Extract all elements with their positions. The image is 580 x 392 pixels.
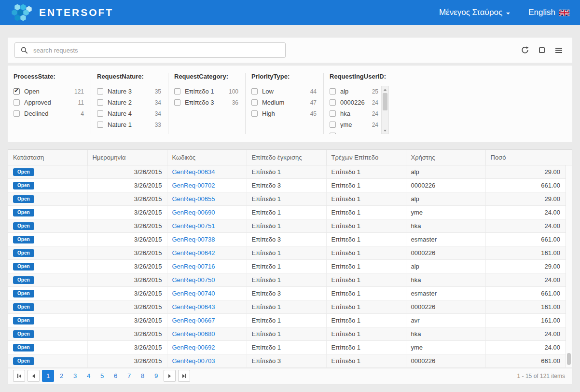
column-header-code[interactable]: Κωδικός (167, 150, 247, 165)
filter-option[interactable]: Approved 11 (14, 97, 84, 108)
checkbox[interactable] (330, 88, 336, 95)
checkbox[interactable] (330, 99, 336, 106)
request-code-link[interactable]: GenReq-00692 (172, 344, 215, 351)
filter-option[interactable]: Declined 4 (14, 108, 84, 119)
request-code-link[interactable]: GenReq-00738 (172, 236, 215, 243)
pager-next-button[interactable] (164, 370, 176, 382)
table-row[interactable]: Open 3/26/2015 GenReq-00716 Επίπεδο 1 Επ… (8, 259, 572, 273)
checkbox[interactable] (251, 88, 258, 95)
checkbox[interactable] (330, 133, 336, 134)
table-row[interactable]: Open 3/26/2015 GenReq-00642 Επίπεδο 1 Επ… (8, 246, 572, 259)
pager-prev-button[interactable] (28, 370, 40, 382)
column-header-date[interactable]: Ημερομηνία (87, 150, 167, 165)
table-row[interactable]: Open 3/26/2015 GenReq-00738 Επίπεδο 3 Επ… (8, 232, 572, 246)
cell-user: esmaster (406, 232, 485, 246)
request-code-link[interactable]: GenReq-00642 (172, 249, 215, 257)
table-row[interactable]: Open 3/26/2015 GenReq-00750 Επίπεδο 1 Επ… (8, 273, 572, 286)
checkbox[interactable] (97, 110, 103, 117)
column-header-current[interactable]: Τρέχων Επίπεδο (326, 150, 406, 165)
checkbox[interactable] (251, 99, 258, 106)
filter-option[interactable]: High 45 (251, 108, 317, 119)
request-code-link[interactable]: GenReq-00750 (172, 276, 215, 284)
filter-option[interactable]: Low 44 (251, 86, 317, 97)
column-header-status[interactable]: Κατάσταση (8, 150, 87, 165)
filter-option[interactable]: yme 24 (330, 119, 378, 130)
request-code-link[interactable]: GenReq-00634 (172, 168, 215, 176)
filter-option[interactable]: Nature 4 34 (97, 108, 161, 119)
language-label: English (528, 8, 555, 17)
request-code-link[interactable]: GenReq-00751 (172, 222, 215, 230)
filter-option[interactable]: Nature 3 35 (97, 86, 161, 97)
column-header-amount[interactable]: Ποσό (485, 150, 572, 165)
table-row[interactable]: Open 3/26/2015 GenReq-00702 Επίπεδο 3 Επ… (8, 178, 572, 192)
checkbox[interactable] (174, 88, 180, 95)
filter-option[interactable]: hka 24 (330, 108, 378, 119)
column-header-approval[interactable]: Επίπεδο έγκρισης (247, 150, 326, 165)
request-code-link[interactable]: GenReq-00655 (172, 195, 215, 203)
request-code-link[interactable]: GenReq-00702 (172, 182, 215, 189)
table-row[interactable]: Open 3/26/2015 GenReq-00703 Επίπεδο 3 Επ… (8, 354, 572, 367)
request-code-link[interactable]: GenReq-00680 (172, 330, 215, 338)
request-code-link[interactable]: GenReq-00690 (172, 209, 215, 216)
scroll-up-icon[interactable] (382, 86, 388, 93)
checkbox[interactable] (97, 99, 103, 106)
pager-last-button[interactable] (178, 370, 190, 382)
checkbox[interactable] (330, 110, 336, 117)
request-code-link[interactable]: GenReq-00703 (172, 357, 215, 365)
checkbox[interactable] (251, 110, 258, 117)
refresh-icon[interactable] (521, 46, 529, 54)
search-input[interactable] (14, 42, 286, 58)
filter-scrollbar[interactable] (381, 86, 389, 134)
pager-page-button[interactable]: 5 (96, 370, 108, 382)
table-row[interactable]: Open 3/26/2015 GenReq-00692 Επίπεδο 1 Επ… (8, 340, 572, 354)
pager-page-button[interactable]: 3 (69, 370, 81, 382)
list-view-icon[interactable] (555, 47, 563, 54)
checkbox[interactable] (14, 110, 20, 117)
filter-option[interactable]: Επίπεδο 3 36 (174, 97, 238, 108)
checkbox[interactable] (174, 99, 180, 106)
table-row[interactable]: Open 3/26/2015 GenReq-00655 Επίπεδο 1 Επ… (8, 192, 572, 205)
table-row[interactable]: Open 3/26/2015 GenReq-00667 Επίπεδο 1 Επ… (8, 313, 572, 327)
table-row[interactable]: Open 3/26/2015 GenReq-00690 Επίπεδο 1 Επ… (8, 205, 572, 219)
table-row[interactable]: Open 3/26/2015 GenReq-00634 Επίπεδο 1 Επ… (8, 165, 572, 178)
maximize-icon[interactable] (539, 47, 545, 53)
table-row[interactable]: Open 3/26/2015 GenReq-00740 Επίπεδο 3 Επ… (8, 286, 572, 300)
filter-option[interactable]: Nature 2 34 (97, 97, 161, 108)
scroll-down-icon[interactable] (382, 127, 388, 134)
scrollbar-thumb[interactable] (383, 93, 387, 110)
request-code-link[interactable]: GenReq-00667 (172, 317, 215, 324)
pager-page-button[interactable]: 1 (42, 370, 54, 382)
pager-page-button[interactable]: 2 (55, 370, 68, 382)
checkbox[interactable] (14, 99, 20, 106)
pager-first-button[interactable] (13, 370, 25, 382)
checkbox[interactable] (97, 88, 103, 95)
table-row[interactable]: Open 3/26/2015 GenReq-00680 Επίπεδο 1 Επ… (8, 327, 572, 340)
user-menu[interactable]: Μένεγος Σταύρος (439, 8, 510, 17)
language-selector[interactable]: English (528, 8, 569, 17)
table-row[interactable]: Open 3/26/2015 GenReq-00643 Επίπεδο 1 Επ… (8, 300, 572, 313)
filter-option[interactable]: Medium 47 (251, 97, 317, 108)
pager-page-button[interactable]: 4 (83, 370, 95, 382)
column-header-user[interactable]: Χρήστης (406, 150, 485, 165)
request-code-link[interactable]: GenReq-00643 (172, 303, 215, 311)
request-code-link[interactable]: GenReq-00740 (172, 290, 215, 297)
request-code-link[interactable]: GenReq-00716 (172, 263, 215, 270)
scrollbar-track[interactable] (382, 93, 388, 127)
checkbox[interactable] (330, 122, 336, 128)
checkbox[interactable] (14, 88, 20, 95)
pager-page-button[interactable]: 9 (150, 370, 162, 382)
entersoft-logo[interactable]: ENTERSOFT (11, 3, 113, 22)
pager-page-button[interactable]: 8 (137, 370, 149, 382)
filter-option[interactable] (330, 130, 378, 134)
grid-scrollbar-thumb[interactable] (567, 353, 571, 365)
grid-scrollbar[interactable] (566, 165, 572, 367)
filter-option[interactable]: Nature 1 33 (97, 119, 161, 130)
pager-page-button[interactable]: 7 (123, 370, 135, 382)
filter-option[interactable]: Επίπεδο 1 100 (174, 86, 238, 97)
filter-option[interactable]: Open 121 (14, 86, 84, 97)
pager-page-button[interactable]: 6 (110, 370, 122, 382)
filter-option[interactable]: 0000226 24 (330, 97, 378, 108)
table-row[interactable]: Open 3/26/2015 GenReq-00751 Επίπεδο 1 Επ… (8, 219, 572, 232)
filter-option[interactable]: alp 25 (330, 86, 378, 97)
checkbox[interactable] (97, 122, 103, 128)
